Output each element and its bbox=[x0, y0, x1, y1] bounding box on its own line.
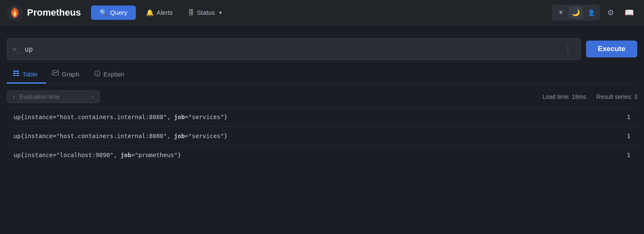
query-input[interactable] bbox=[25, 45, 560, 53]
load-time-stat: Load time: 19ms bbox=[542, 93, 586, 100]
graph-icon bbox=[52, 70, 59, 78]
brand-logo-icon bbox=[7, 5, 23, 21]
main-content: >_ ⋮ Execute Table Graph i Explain bbox=[0, 25, 644, 164]
results-container: up{instance="host.containers.internal:80… bbox=[7, 107, 637, 164]
eval-time-selector[interactable]: ‹ Evaluation time › bbox=[7, 90, 100, 103]
svg-rect-2 bbox=[13, 71, 19, 72]
brand-name: Prometheus bbox=[27, 7, 81, 18]
table-row: up{instance="localhost:9090", job="prome… bbox=[7, 145, 637, 164]
svg-rect-5 bbox=[13, 75, 16, 76]
tab-table[interactable]: Table bbox=[7, 66, 46, 84]
eval-prev-icon[interactable]: ‹ bbox=[13, 93, 15, 100]
metric-label: up{instance="localhost:9090", job="prome… bbox=[14, 152, 618, 158]
eval-time-label: Evaluation time bbox=[19, 93, 88, 100]
settings-button[interactable]: ⚙ bbox=[603, 5, 619, 21]
svg-rect-3 bbox=[13, 73, 16, 74]
svg-text:i: i bbox=[96, 72, 98, 76]
theme-toggle: ☀ 🌙 👤 bbox=[552, 5, 600, 21]
tab-graph[interactable]: Graph bbox=[46, 66, 88, 84]
metric-label: up{instance="host.containers.internal:80… bbox=[14, 114, 618, 120]
database-icon: 🗄 bbox=[188, 9, 194, 16]
table-row: up{instance="host.containers.internal:80… bbox=[7, 126, 637, 145]
result-series-stat: Result series: 3 bbox=[597, 93, 637, 100]
query-prompt-icon: >_ bbox=[12, 45, 20, 53]
svg-rect-6 bbox=[17, 75, 19, 76]
status-nav-item[interactable]: 🗄 Status ▾ bbox=[184, 6, 225, 19]
chevron-down-icon: ▾ bbox=[219, 10, 222, 16]
bell-icon: 🔔 bbox=[146, 9, 154, 16]
query-nav-button[interactable]: 🔍 Query bbox=[91, 5, 136, 20]
brand: Prometheus bbox=[7, 5, 81, 21]
svg-rect-4 bbox=[17, 73, 19, 74]
tabs-bar: Table Graph i Explain bbox=[7, 66, 637, 84]
metric-value: 1 bbox=[618, 114, 630, 120]
query-options-button[interactable]: ⋮ bbox=[560, 44, 575, 54]
metric-label: up{instance="host.containers.internal:80… bbox=[14, 133, 618, 139]
search-icon: 🔍 bbox=[99, 9, 107, 16]
docs-button[interactable]: 📖 bbox=[621, 5, 637, 21]
navbar: Prometheus 🔍 Query 🔔 Alerts 🗄 Status ▾ ☀… bbox=[0, 0, 644, 25]
eval-next-icon[interactable]: › bbox=[91, 93, 94, 100]
alerts-nav-item[interactable]: 🔔 Alerts bbox=[143, 6, 176, 19]
eval-bar: ‹ Evaluation time › Load time: 19ms Resu… bbox=[7, 90, 637, 103]
table-row: up{instance="host.containers.internal:80… bbox=[7, 107, 637, 126]
metric-value: 1 bbox=[618, 133, 630, 139]
execute-button[interactable]: Execute bbox=[586, 41, 637, 57]
table-icon bbox=[13, 70, 19, 78]
nav-right: ☀ 🌙 👤 ⚙ 📖 bbox=[552, 5, 637, 21]
user-theme-button[interactable]: 👤 bbox=[584, 6, 598, 19]
dark-theme-button[interactable]: 🌙 bbox=[569, 6, 583, 19]
query-bar: >_ ⋮ bbox=[7, 38, 581, 60]
tab-explain[interactable]: i Explain bbox=[88, 66, 133, 84]
info-icon: i bbox=[94, 70, 101, 78]
metric-value: 1 bbox=[618, 152, 630, 158]
light-theme-button[interactable]: ☀ bbox=[553, 6, 568, 19]
eval-stats: Load time: 19ms Result series: 3 bbox=[542, 93, 637, 100]
